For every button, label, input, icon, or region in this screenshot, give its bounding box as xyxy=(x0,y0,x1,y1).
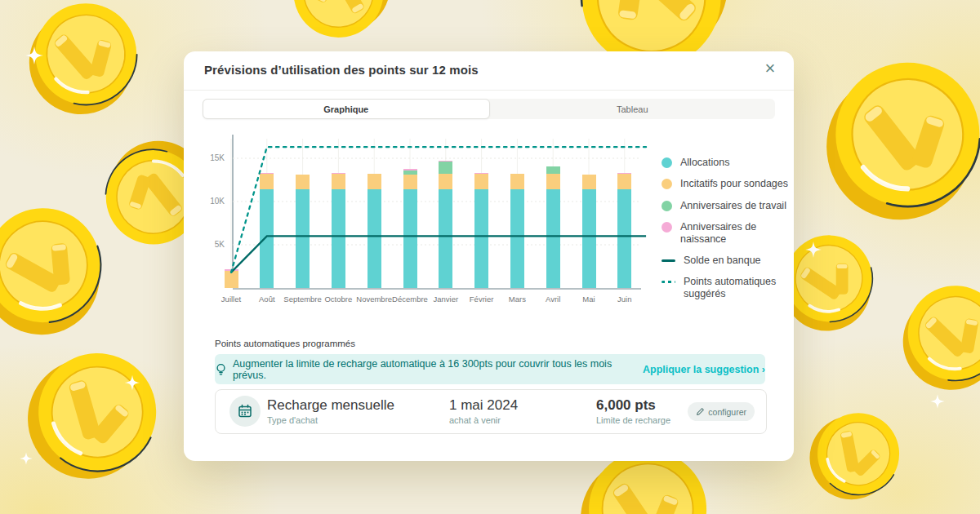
legend-dot xyxy=(662,157,672,168)
legend-label: Anniversaires de naissance xyxy=(680,221,791,245)
purchase-type-caption: Type d'achat xyxy=(267,415,318,425)
coin-icon xyxy=(800,402,908,510)
suggestion-text: Augmenter la limite de recharge automati… xyxy=(233,358,635,381)
sparkle-icon xyxy=(20,452,32,464)
legend-item: Anniversaires de naissance xyxy=(662,221,791,245)
tab-tableau[interactable]: Tableau xyxy=(490,99,776,119)
section-heading: Points automatiques programmés xyxy=(215,339,355,348)
page-title: Prévisions d’utilisation des points sur … xyxy=(204,63,479,77)
next-purchase-date: 1 mai 2024 xyxy=(449,397,518,414)
legend-item: Incitatifs pour sondages xyxy=(662,178,791,189)
x-axis-line xyxy=(233,288,641,290)
purchase-type-value: Recharge mensuelle xyxy=(267,397,394,414)
modal-header: Prévisions d’utilisation des points sur … xyxy=(184,51,794,91)
y-axis-label: 10K xyxy=(184,197,225,206)
tab-bar: Graphique Tableau xyxy=(203,99,775,119)
legend-label: Solde en banque xyxy=(684,255,761,266)
legend-dot xyxy=(662,222,672,233)
coin-icon xyxy=(18,343,165,490)
chart: 15K10K5K JuilletAoûtSeptembreOctobreNove… xyxy=(184,133,777,308)
forecast-lines xyxy=(233,139,641,288)
legend-item: Allocations xyxy=(662,157,791,168)
line-solid xyxy=(231,236,646,273)
chart-legend: AllocationsIncitatifs pour sondagesAnniv… xyxy=(662,157,791,299)
recharge-limit-caption: Limite de recharge xyxy=(596,415,670,425)
sparkle-icon xyxy=(930,394,945,409)
line-dashed xyxy=(231,147,646,273)
coin-icon xyxy=(811,49,980,233)
legend-item: Solde en banque xyxy=(662,255,791,266)
legend-line-sample xyxy=(662,259,675,262)
legend-dot xyxy=(662,179,672,189)
configure-label: configurer xyxy=(708,407,746,417)
legend-label: Allocations xyxy=(680,157,729,168)
legend-label: Incitatifs pour sondages xyxy=(680,178,788,189)
pencil-icon xyxy=(696,407,705,416)
tab-graphique[interactable]: Graphique xyxy=(203,99,490,119)
apply-suggestion-link[interactable]: Appliquer la suggestion › xyxy=(643,364,765,375)
suggestion-banner: Augmenter la limite de recharge automati… xyxy=(215,354,765,384)
lightbulb-icon xyxy=(215,363,227,376)
close-icon[interactable]: × xyxy=(758,56,782,81)
legend-dot xyxy=(662,201,672,211)
forecast-modal: Prévisions d’utilisation des points sur … xyxy=(184,51,794,461)
legend-line-sample xyxy=(662,281,675,283)
configure-button[interactable]: configurer xyxy=(688,402,755,421)
calendar-icon xyxy=(229,396,261,427)
coin-icon xyxy=(290,0,394,41)
legend-item: Points automatiques suggérés xyxy=(662,276,791,299)
coin-icon xyxy=(888,273,980,404)
recharge-row: Recharge mensuelle Type d'achat 1 mai 20… xyxy=(215,389,767,434)
plot-area: JuilletAoûtSeptembreOctobreNovembreDécem… xyxy=(233,139,641,288)
y-axis-label: 15K xyxy=(184,153,225,162)
next-purchase-caption: achat à venir xyxy=(449,415,501,425)
page: { "modal": { "title": "Prévisions d’util… xyxy=(0,0,980,514)
legend-item: Anniversaires de travail xyxy=(662,200,791,211)
recharge-limit-value: 6,000 pts xyxy=(596,397,656,414)
y-axis-label: 5K xyxy=(184,240,225,249)
coin-icon xyxy=(16,0,150,126)
chevron-right-icon: › xyxy=(762,364,765,375)
legend-label: Points automatiques suggérés xyxy=(684,276,791,299)
legend-label: Anniversaires de travail xyxy=(680,200,786,211)
x-axis-label: Juin xyxy=(599,295,651,304)
